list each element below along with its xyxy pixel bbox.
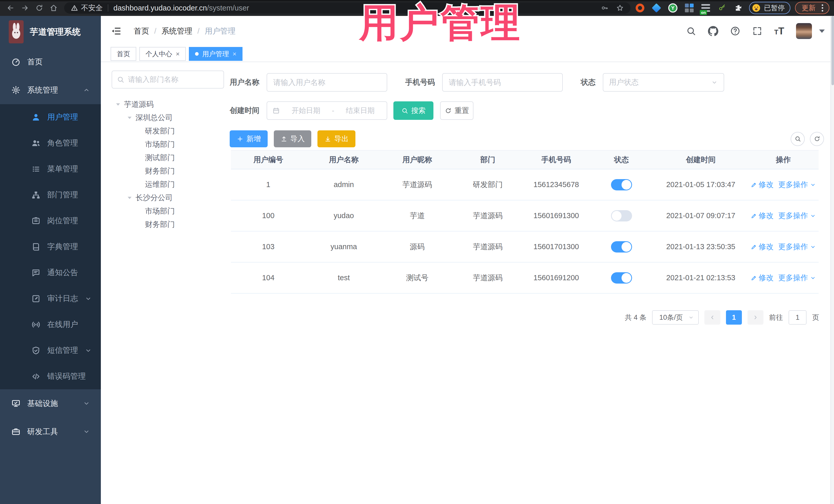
extension-y-icon[interactable]: Y — [668, 3, 678, 13]
profile-paused-chip[interactable]: 已暂停 — [749, 2, 790, 14]
browser-back-button[interactable] — [5, 2, 17, 14]
tree-node[interactable]: 市场部门 — [112, 204, 224, 218]
sidebar-item[interactable]: 菜单管理 — [0, 156, 101, 182]
main-area: 首页 / 系统管理 / 用户管理 TT 首页 个人中心× — [101, 16, 834, 504]
browser-update-chip[interactable]: 更新 — [795, 2, 829, 14]
address-bar[interactable]: 不安全 dashboard.yudao.iocoder.cn/system/us… — [64, 2, 631, 14]
tab-user-management[interactable]: 用户管理× — [189, 47, 242, 61]
header-search-icon[interactable] — [686, 26, 696, 36]
edit-action[interactable]: 修改 — [751, 180, 774, 190]
bookmark-star-icon[interactable] — [616, 4, 624, 12]
scrollbar-thumb[interactable] — [831, 16, 834, 85]
sidebar-item[interactable]: 首页 — [0, 48, 101, 76]
sidebar-item[interactable]: 通知公告 — [0, 260, 101, 286]
status-select[interactable]: 用户状态 — [603, 73, 724, 92]
breadcrumb-home[interactable]: 首页 — [134, 26, 149, 37]
tree-node[interactable]: 运维部门 — [112, 178, 224, 191]
reset-button[interactable]: 重置 — [440, 101, 474, 120]
goto-page-input[interactable] — [789, 310, 807, 325]
browser-reload-button[interactable] — [34, 2, 45, 14]
date-range-picker[interactable]: 开始日期 - 结束日期 — [267, 101, 387, 120]
tree-node[interactable]: 测试部门 — [112, 151, 224, 165]
fullscreen-icon[interactable] — [752, 26, 762, 36]
department-search-input[interactable] — [128, 75, 223, 84]
sidebar-item[interactable]: 角色管理 — [0, 130, 101, 156]
filter-form: 用户名称 手机号码 状态 用户状态 创建时间 开始 — [230, 73, 824, 120]
tree-node[interactable]: 财务部门 — [112, 165, 224, 178]
browser-forward-button[interactable] — [19, 2, 31, 14]
tree-node[interactable]: 财务部门 — [112, 218, 224, 231]
tree-node[interactable]: 研发部门 — [112, 125, 224, 138]
import-button[interactable]: 导入 — [274, 130, 311, 147]
tab-home[interactable]: 首页 — [111, 47, 136, 61]
tree-caret-icon[interactable] — [114, 101, 122, 108]
sidebar-item[interactable]: 错误码管理 — [0, 364, 101, 389]
extension-switch-icon[interactable]: on — [701, 3, 710, 13]
next-page-button[interactable] — [748, 310, 764, 325]
breadcrumb-system[interactable]: 系统管理 — [161, 26, 192, 37]
created-label: 创建时间 — [230, 106, 259, 116]
font-size-icon[interactable]: TT — [774, 26, 784, 37]
extension-ubuntu-icon[interactable] — [635, 3, 645, 13]
status-toggle[interactable] — [611, 241, 632, 253]
sidebar-item[interactable]: 短信管理 — [0, 337, 101, 364]
username-input[interactable] — [267, 73, 387, 92]
edit-action[interactable]: 修改 — [751, 211, 774, 221]
tree-node[interactable]: 深圳总公司 — [112, 111, 224, 125]
app-title: 芋道管理系统 — [30, 26, 81, 38]
more-actions[interactable]: 更多操作 — [778, 211, 816, 221]
sidebar-item[interactable]: 字典管理 — [0, 234, 101, 260]
extensions-puzzle-icon[interactable] — [734, 3, 743, 13]
security-label[interactable]: 不安全 — [81, 3, 103, 13]
tree-node[interactable]: 市场部门 — [112, 138, 224, 151]
password-key-icon[interactable] — [601, 4, 609, 12]
prev-page-button[interactable] — [704, 310, 720, 325]
sidebar-item[interactable]: 系统管理 — [0, 76, 101, 104]
page-size-select[interactable]: 10条/页 — [652, 310, 699, 325]
tree-node[interactable]: 长沙分公司 — [112, 191, 224, 204]
sidebar-item[interactable]: 审计日志 — [0, 286, 101, 311]
tree-caret-icon[interactable] — [126, 114, 133, 122]
browser-home-button[interactable] — [48, 2, 60, 14]
help-icon[interactable] — [730, 26, 740, 36]
tab-profile[interactable]: 个人中心× — [139, 47, 186, 61]
refresh-table-button[interactable] — [810, 132, 824, 146]
edit-action[interactable]: 修改 — [751, 242, 774, 252]
more-actions[interactable]: 更多操作 — [778, 273, 816, 283]
github-icon[interactable] — [708, 26, 718, 36]
app-logo[interactable]: 芋道管理系统 — [0, 16, 101, 48]
browser-menu-icon[interactable] — [820, 3, 825, 13]
more-actions[interactable]: 更多操作 — [778, 180, 816, 190]
sidebar-item[interactable]: 研发工具 — [0, 418, 101, 446]
extension-key-icon[interactable] — [717, 3, 727, 13]
search-button[interactable]: 搜索 — [393, 101, 434, 120]
sidebar-item[interactable]: 岗位管理 — [0, 208, 101, 234]
update-label: 更新 — [802, 3, 815, 13]
add-button[interactable]: 新增 — [230, 130, 268, 147]
user-avatar[interactable] — [796, 23, 812, 39]
show-search-toggle-button[interactable] — [791, 132, 805, 146]
tree-node[interactable]: 芋道源码 — [112, 98, 224, 111]
current-page[interactable]: 1 — [726, 310, 742, 325]
sidebar-item[interactable]: 部门管理 — [0, 182, 101, 208]
collapse-sidebar-icon[interactable] — [111, 26, 122, 37]
edit-action[interactable]: 修改 — [751, 273, 774, 283]
sidebar-item[interactable]: 基础设施 — [0, 389, 101, 418]
close-tab-icon[interactable]: × — [233, 50, 236, 58]
page-url[interactable]: dashboard.yudao.iocoder.cn/system/user — [113, 4, 249, 12]
status-toggle[interactable] — [611, 179, 632, 191]
status-toggle[interactable] — [611, 272, 632, 284]
export-button[interactable]: 导出 — [317, 130, 355, 147]
dictionary-icon — [31, 242, 41, 251]
tree-caret-icon[interactable] — [126, 194, 133, 202]
extension-grid-icon[interactable] — [684, 3, 694, 13]
extension-kite-icon[interactable] — [652, 3, 661, 13]
sidebar-item[interactable]: 用户管理 — [0, 104, 101, 130]
scrollbar[interactable] — [830, 16, 834, 504]
mobile-input[interactable] — [442, 73, 563, 92]
status-toggle[interactable] — [611, 210, 632, 221]
more-actions[interactable]: 更多操作 — [778, 242, 816, 252]
avatar-caret-icon[interactable] — [819, 29, 825, 33]
sidebar-item[interactable]: 在线用户 — [0, 311, 101, 337]
close-tab-icon[interactable]: × — [176, 50, 180, 58]
